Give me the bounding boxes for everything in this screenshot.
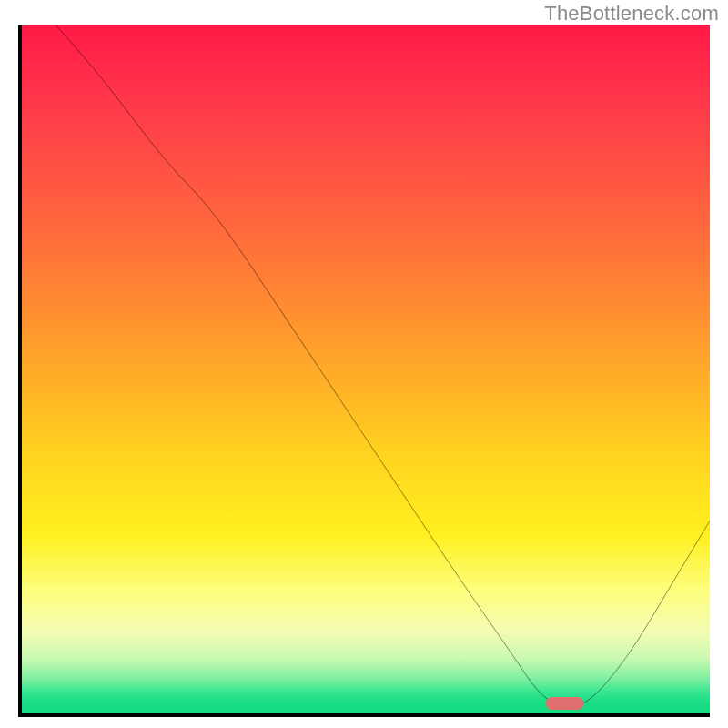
marker-pill bbox=[546, 697, 584, 710]
watermark-text: TheBottleneck.com bbox=[544, 2, 719, 25]
chart-container: TheBottleneck.com bbox=[0, 0, 728, 728]
plot-area bbox=[18, 25, 710, 717]
curve-svg bbox=[22, 25, 710, 713]
curve-path bbox=[56, 25, 710, 706]
